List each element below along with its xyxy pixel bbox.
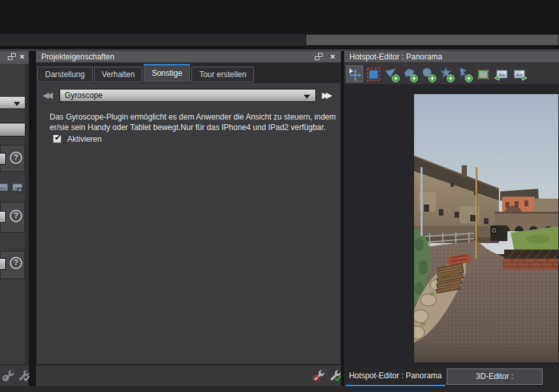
next-panorama-image-button[interactable] (511, 65, 528, 82)
chevron-down-icon (14, 102, 20, 106)
panorama-viewport[interactable] (344, 85, 559, 367)
left-panel-footer (0, 365, 29, 386)
hotspot-editor-titlebar: Hotspot-Editor : Panorama (344, 51, 559, 63)
tab-darstellung[interactable]: Darstellung (37, 67, 93, 82)
aktivieren-checkbox[interactable]: ✔ (53, 135, 61, 143)
panel-title: Hotspot-Editor : Panorama (349, 52, 442, 61)
discard-changes-button[interactable] (312, 369, 325, 382)
panel-edge (25, 63, 29, 365)
gyroscope-description: Das Gyroscope-Plugin ermöglicht es dem A… (50, 112, 345, 133)
previous-panorama-image-button[interactable] (492, 65, 509, 82)
settings-dropdown[interactable]: Gyroscope (59, 89, 316, 102)
project-properties-panel: Projekteigenschaften × Darstellung Verha… (36, 51, 341, 386)
add-area-button[interactable] (474, 65, 491, 82)
apply-changes-button[interactable] (328, 369, 342, 382)
left-panel-body: ? ? ? (0, 63, 29, 365)
stub-field[interactable] (0, 211, 6, 223)
add-ellipse-hotspot-button[interactable] (419, 65, 436, 82)
add-triangle-hotspot-button[interactable] (383, 65, 400, 82)
add-star-hotspot-button[interactable] (438, 65, 455, 82)
application-window: × ? ? ? (0, 0, 559, 392)
move-tool-button[interactable] (346, 65, 363, 82)
hotspot-marker[interactable] (490, 227, 498, 234)
tab-tour-erstellen[interactable]: Tour erstellen (191, 67, 254, 82)
stub-field[interactable] (0, 258, 6, 270)
panorama-image[interactable] (413, 93, 559, 363)
project-properties-titlebar: Projekteigenschaften × (36, 51, 341, 63)
properties-panel-footer (36, 365, 341, 386)
tab-hotspot-editor[interactable]: Hotspot-Editor : Panorama (345, 367, 445, 386)
panel-title: Projekteigenschaften (41, 51, 114, 63)
stub-groupbox: ? (0, 251, 25, 279)
editor-bottom-tab-bar: Hotspot-Editor : Panorama 3D-Editor : Pa… (344, 367, 559, 386)
hotspot-editor-toolbar (344, 63, 559, 85)
help-icon[interactable]: ? (10, 257, 22, 269)
settings-dropdown-value: Gyroscope (65, 90, 103, 102)
add-polygon-hotspot-button[interactable] (401, 65, 418, 82)
stub-groupbox: ? (0, 145, 25, 172)
hotspot-editor-panel: Hotspot-Editor : Panorama (344, 51, 559, 386)
chevron-down-icon (304, 95, 310, 99)
aktivieren-label: Aktivieren (67, 135, 102, 144)
select-tool-button[interactable] (364, 65, 381, 82)
close-panel-icon[interactable]: × (330, 53, 335, 61)
stub-groupbox: ? (0, 202, 25, 233)
add-pointer-hotspot-button[interactable] (456, 65, 473, 82)
close-panel-icon[interactable]: × (20, 53, 25, 61)
tab-sonstige[interactable]: Sonstige (144, 64, 190, 82)
discard-changes-disabled-icon (2, 369, 15, 382)
image-remove-icon[interactable] (12, 182, 23, 193)
tab-3d-editor[interactable]: 3D-Editor : Panoramaansicht (447, 368, 543, 385)
image-icon[interactable] (0, 182, 8, 193)
help-icon[interactable]: ? (10, 210, 22, 222)
left-panel-titlebar: × (0, 51, 29, 63)
properties-tab-bar: Darstellung Verhalten Sonstige Tour erst… (36, 63, 341, 82)
properties-tab-content: ◀◀ Gyroscope ▶▶ Das Gyroscope-Plugin erm… (36, 82, 341, 365)
stub-field[interactable] (0, 153, 6, 165)
tab-verhalten[interactable]: Verhalten (94, 67, 143, 82)
panorama-scene (414, 94, 559, 363)
previous-setting-button[interactable]: ◀◀ (42, 89, 50, 102)
next-setting-button[interactable]: ▶▶ (322, 89, 330, 102)
float-panel-icon[interactable] (8, 53, 16, 60)
top-toolbar-right (306, 34, 559, 46)
top-toolbar-left (0, 34, 306, 46)
left-panel-partial: × ? ? ? (0, 51, 29, 386)
help-icon[interactable]: ? (10, 152, 22, 164)
apply-changes-disabled-icon (17, 369, 30, 382)
checkmark-icon: ✔ (54, 132, 62, 142)
float-panel-icon[interactable] (315, 53, 323, 60)
window-bottom-strip (0, 386, 559, 392)
